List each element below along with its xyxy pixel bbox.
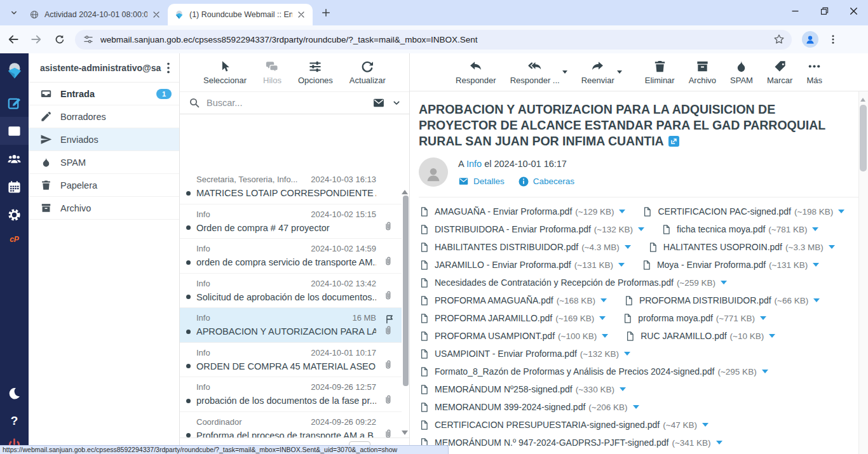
sidebar-item-archivo[interactable]: Archivo <box>29 197 179 220</box>
list-scroll-down-arrow[interactable] <box>402 431 408 438</box>
list-scrollbar[interactable] <box>403 196 409 386</box>
rail-contacts-button[interactable] <box>0 145 29 173</box>
attachment-menu-caret-icon[interactable] <box>721 281 727 288</box>
attachment-item[interactable]: Moya - Enviar Proforma.pdf (~131 KB) <box>641 256 819 274</box>
rail-settings-button[interactable] <box>0 201 29 229</box>
attachment-item[interactable]: digital Autorización ...ción-signed.pdf … <box>419 451 632 454</box>
message-row[interactable]: Info 16 MB APROBACION Y AUTORIZACION PAR… <box>180 308 402 343</box>
search-scope-mail-icon[interactable] <box>372 97 385 109</box>
attachment-menu-caret-icon[interactable] <box>602 334 608 341</box>
attachment-item[interactable]: MEMORÁNDUM N.º 947-2024-GADPRSJ-PJFT-sig… <box>419 434 722 451</box>
compose-button[interactable] <box>0 89 29 117</box>
attachment-menu-caret-icon[interactable] <box>716 441 722 448</box>
restore-button[interactable] <box>810 0 839 22</box>
tab-list-chevron-icon[interactable] <box>5 4 23 22</box>
select-button[interactable]: Seleccionar <box>203 60 247 85</box>
attachment-item[interactable]: USAMPIOINT - Enviar Proforma.pdf (~132 K… <box>419 345 630 363</box>
attachment-item[interactable]: RUC JARAMILLO.pdf (~10 KB) <box>625 327 775 345</box>
attachment-menu-caret-icon[interactable] <box>620 387 626 394</box>
reply-all-button[interactable]: Responder ... <box>510 59 560 85</box>
attachment-menu-caret-icon[interactable] <box>638 227 644 234</box>
attachment-item[interactable]: ficha tecnica moya.pdf (~781 KB) <box>661 220 818 238</box>
attachment-item[interactable]: JARAMILLO - Enviar Proforma.pdf (~131 KB… <box>419 256 625 274</box>
mark-button[interactable]: Marcar <box>767 59 792 85</box>
attachment-menu-caret-icon[interactable] <box>829 245 835 252</box>
attachment-item[interactable]: HALITANTES USOPROIN.pdf (~3.3 MB) <box>648 238 835 256</box>
rail-mail-button[interactable] <box>0 117 29 145</box>
reply-button[interactable]: Responder <box>456 59 496 85</box>
help-button[interactable]: ? <box>0 407 29 435</box>
browser-menu-icon[interactable] <box>825 31 841 48</box>
archive-button[interactable]: Archivo <box>689 59 716 85</box>
forward-button[interactable]: Reenviar <box>581 59 614 85</box>
attachment-menu-caret-icon[interactable] <box>812 227 818 234</box>
attachment-menu-caret-icon[interactable] <box>762 370 768 377</box>
attachment-item[interactable]: MEMORÁNDUM Nº258-signed.pdf (~330 KB) <box>419 380 626 398</box>
sidebar-item-papelera[interactable]: Papelera <box>29 174 179 197</box>
attachment-item[interactable]: PROFORMA AMAGUAÑA.pdf (~168 KB) <box>419 291 607 309</box>
attachment-menu-caret-icon[interactable] <box>624 352 630 359</box>
forward-button[interactable] <box>27 30 46 49</box>
attachment-item[interactable]: Necesidades de Contratación y Recepción … <box>419 274 727 291</box>
rail-calendar-button[interactable] <box>0 173 29 201</box>
message-row[interactable]: Secretaria, Tesoreria, Info... 2024-10-0… <box>180 170 402 204</box>
attachment-item[interactable]: CERTIFICACION PAC-signed.pdf (~198 KB) <box>642 203 844 220</box>
forward-caret-icon[interactable] <box>617 70 622 76</box>
attachment-item[interactable]: PROFORMA USAMPIONT.pdf (~100 KB) <box>419 327 608 345</box>
attachment-item[interactable]: proforma moya.pdf (~771 KB) <box>622 309 766 327</box>
reply-all-caret-icon[interactable] <box>562 70 567 76</box>
cpanel-link[interactable]: cP <box>0 229 29 250</box>
attachment-item[interactable]: AMAGUAÑA - Enviar Proforma.pdf (~129 KB) <box>419 203 625 220</box>
search-options-chevron-icon[interactable] <box>391 98 402 108</box>
attachment-menu-caret-icon[interactable] <box>600 298 607 305</box>
attachment-item[interactable]: DISTRIBUIDORA - Enviar Proforma.pdf (~13… <box>419 220 644 238</box>
bookmark-star-icon[interactable] <box>773 33 785 46</box>
open-in-new-window-icon[interactable] <box>668 136 679 147</box>
attachment-menu-caret-icon[interactable] <box>760 316 766 323</box>
options-button[interactable]: Opciones <box>298 60 333 85</box>
recipient-link[interactable]: Info <box>466 159 482 169</box>
threads-button[interactable]: Hilos <box>263 60 281 85</box>
message-row[interactable]: Info 2024-10-02 15:15 Orden de compra # … <box>180 204 402 239</box>
spam-button[interactable]: SPAM <box>730 59 753 85</box>
more-button[interactable]: Más <box>806 59 822 85</box>
reload-button[interactable] <box>50 30 69 49</box>
site-settings-icon[interactable] <box>83 34 94 45</box>
attachment-menu-caret-icon[interactable] <box>619 210 625 217</box>
tab-close-icon[interactable] <box>151 10 161 20</box>
attachment-menu-caret-icon[interactable] <box>618 263 625 270</box>
sidebar-item-enviados[interactable]: Enviados <box>29 128 179 151</box>
delete-button[interactable]: Eliminar <box>645 59 675 85</box>
mail-scrollbar-thumb[interactable] <box>860 105 867 171</box>
sidebar-item-entrada[interactable]: Entrada 1 <box>29 83 179 105</box>
browser-tab-roundcube[interactable]: (1) Roundcube Webmail :: Envia <box>168 4 313 25</box>
attachment-menu-caret-icon[interactable] <box>633 405 639 412</box>
attachment-menu-caret-icon[interactable] <box>702 423 709 430</box>
sidebar-item-borradores[interactable]: Borradores <box>29 105 179 128</box>
message-row[interactable]: Info 2024-10-01 10:17 ORDEN DE COMPRA 45… <box>180 343 402 378</box>
mail-scrollbar-track[interactable] <box>858 91 868 454</box>
dark-mode-button[interactable] <box>0 379 29 407</box>
attachment-item[interactable]: HABILITANTES DISTRIBUIDOR.pdf (~4.3 MB) <box>419 238 631 256</box>
search-input[interactable] <box>207 98 366 108</box>
message-row[interactable]: Info 2024-10-02 13:42 Solicitud de aprob… <box>180 274 402 309</box>
attachment-menu-caret-icon[interactable] <box>625 245 631 252</box>
attachment-menu-caret-icon[interactable] <box>599 316 606 323</box>
headers-toggle[interactable]: Cabeceras <box>519 177 574 187</box>
attachment-item[interactable]: PROFORMA DISTRIBUIDOR.pdf (~66 KB) <box>623 291 820 309</box>
flag-icon[interactable] <box>384 314 395 324</box>
browser-tab-activity[interactable]: Actividad 2024-10-01 08:00:00 <box>23 4 168 25</box>
browser-profile-avatar[interactable] <box>802 31 818 48</box>
back-button[interactable] <box>4 30 23 49</box>
refresh-button[interactable]: Actualizar <box>349 60 386 85</box>
attachment-item[interactable]: PROFORMA JARAMILLO.pdf (~169 KB) <box>419 309 606 327</box>
attachment-menu-caret-icon[interactable] <box>813 298 820 305</box>
new-tab-button[interactable] <box>318 4 334 21</box>
minimize-button[interactable] <box>780 0 810 22</box>
attachment-menu-caret-icon[interactable] <box>838 210 844 217</box>
details-toggle[interactable]: Detalles <box>458 176 505 187</box>
attachment-menu-caret-icon[interactable] <box>769 334 775 341</box>
message-row[interactable]: Info 2024-10-02 14:59 orden de compra se… <box>180 239 402 274</box>
sidebar-item-spam[interactable]: SPAM <box>29 151 179 174</box>
list-scroll-up-arrow[interactable] <box>402 187 408 194</box>
